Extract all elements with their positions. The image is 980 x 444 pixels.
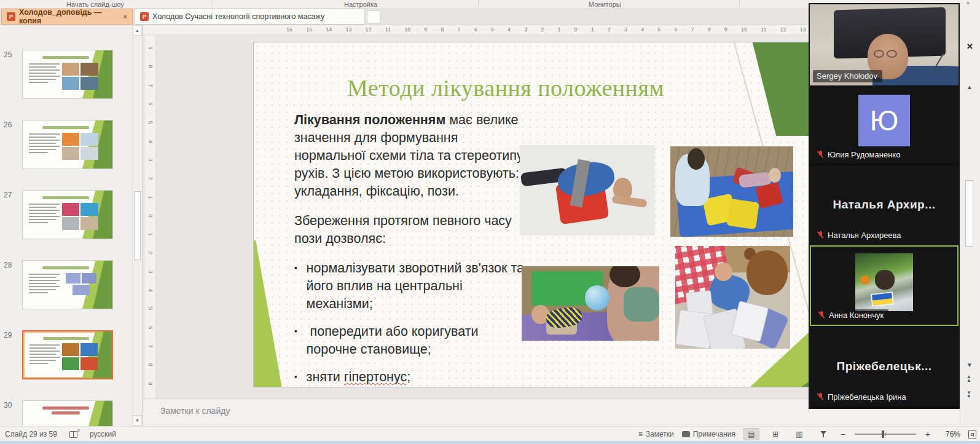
ribbon-separator [478, 0, 479, 8]
slide-paragraph: Збереження протягом певного часу пози до… [294, 212, 528, 248]
slide-thumbnail-28[interactable] [22, 260, 113, 309]
normal-view-button[interactable]: ▤ [743, 428, 759, 440]
slide-thumbnail-30[interactable] [22, 400, 113, 426]
reading-view-button[interactable]: ▥ [791, 428, 807, 440]
ruler-number: 6 [147, 326, 154, 329]
participant-name: Анна Конончук [829, 311, 884, 320]
ribbon-tab-setup[interactable]: Настройка [344, 1, 377, 8]
thumbnail-photo [62, 63, 79, 76]
ruler-tick: · [600, 26, 602, 33]
notes-toggle-button[interactable]: ≡ Заметки [638, 430, 674, 438]
close-icon[interactable]: ✕ [966, 42, 973, 51]
participant-tile-5[interactable]: Пріжебелецьк...Пріжебелецька Ірина [810, 326, 958, 406]
thumbnail-scrollbar[interactable]: ▲ ▼ [132, 25, 142, 426]
scroll-up-arrow[interactable]: ▲ [966, 84, 973, 90]
tab-close-icon[interactable]: × [123, 13, 127, 20]
powerpoint-icon: P [140, 12, 149, 21]
muted-mic-icon [818, 311, 825, 319]
ruler-number: 8 [708, 26, 711, 33]
zoom-in-button[interactable]: + [924, 429, 931, 439]
slideshow-button[interactable] [815, 428, 831, 440]
ruler-tick: · [650, 26, 651, 33]
thumbnail-photo [73, 285, 89, 295]
scroll-down-arrow[interactable]: ▼ [966, 362, 973, 368]
previous-slide-button[interactable]: ▲▲ [966, 375, 971, 383]
language-indicator[interactable]: русский [90, 430, 116, 438]
slide-photo-ball-therapy[interactable] [522, 266, 659, 341]
thumbnail-photo [62, 343, 79, 356]
slide-thumbnail-27[interactable] [22, 190, 113, 239]
ribbon-separator [739, 0, 740, 8]
slide-body-textbox[interactable]: Лікування положенням має велике значення… [294, 111, 528, 387]
comments-toggle-button[interactable]: Примечания [682, 430, 735, 438]
slide-photo-mat-pillows[interactable] [670, 146, 793, 237]
ruler-tick: · [683, 26, 684, 33]
slideshow-icon [820, 430, 827, 438]
ruler-number: 3 [624, 26, 627, 33]
slide-sorter-view-button[interactable]: ⊞ [767, 428, 783, 440]
document-tab-inactive[interactable]: P Холодов Сучасні технології спортивного… [135, 9, 364, 25]
thumbnail-photo [82, 273, 96, 283]
ukraine-flag [871, 291, 894, 307]
participant-tile-2[interactable]: ЮЮлия Рудоманенко [810, 86, 958, 165]
zoom-slider-handle[interactable] [882, 430, 884, 438]
slide-canvas[interactable]: Методи лікування положенням Лікування по… [253, 42, 868, 387]
ruler-number: 0 [574, 26, 578, 33]
new-tab-button[interactable] [367, 10, 380, 23]
next-slide-button[interactable]: ▼▼ [966, 391, 971, 398]
zoom-out-button[interactable]: − [839, 429, 847, 439]
participant-name: Наталья Архиреева [828, 231, 901, 240]
fit-to-window-icon[interactable] [968, 430, 976, 438]
bullet-marker: ▪ [294, 368, 297, 386]
zoom-slider[interactable] [855, 430, 916, 438]
ruler-number: 2 [608, 26, 611, 33]
ribbon-tab-start-slideshow[interactable]: Начать слайд-шоу [66, 1, 124, 8]
ruler-number: 0 [147, 214, 154, 217]
thumbnail-photo [80, 63, 98, 76]
slide-thumbnail-25[interactable] [22, 50, 113, 99]
scrollbar-thumb[interactable] [134, 191, 141, 260]
slide-title[interactable]: Методи лікування положенням [254, 74, 758, 101]
ruler-tick: · [484, 26, 485, 33]
ruler-tick: · [417, 26, 418, 33]
ruler-tick: · [149, 205, 153, 207]
participant-name-label: Sergey Kholodov [813, 70, 882, 82]
slide-bullet-item: ▪зняти гіпертонус; [294, 368, 528, 386]
ruler-number: 10 [404, 26, 410, 33]
slide-bullet-list: ▪нормалізувати зворотний зв'язок та його… [294, 260, 528, 387]
slide-photo-foam-blocks[interactable] [675, 246, 790, 349]
thumbnail-photo [62, 203, 79, 216]
participant-tile-4[interactable]: Анна Конончук [810, 245, 958, 326]
zoom-participants-panel[interactable]: Sergey KholodovЮЮлия РудоманенкоНаталья … [809, 3, 960, 409]
participant-name-label: Анна Конончук [814, 309, 888, 322]
zoom-level[interactable]: 76% [939, 430, 960, 438]
participant-name-label: Пріжебелецька Ірина [813, 391, 911, 403]
collapse-chevron-icon[interactable]: ^ [966, 1, 970, 8]
ruler-tick: · [149, 373, 153, 375]
ruler-tick: · [377, 26, 378, 33]
slide-photo-prone-wedge[interactable] [520, 145, 655, 236]
spellcheck-icon[interactable] [69, 431, 77, 438]
document-tab-active[interactable]: P Холодов_доповідь — копия × [1, 9, 133, 25]
participant-tile-1[interactable]: Sergey Kholodov [810, 4, 958, 86]
ruler-number: 3 [524, 26, 527, 33]
slide-thumbnail-29[interactable] [22, 330, 113, 379]
participant-name-label: Юлия Рудоманенко [813, 149, 905, 161]
ruler-number: 13 [345, 26, 351, 33]
ruler-tick: · [149, 261, 153, 263]
participant-tile-3[interactable]: Наталья Архир...Наталья Архиреева [810, 165, 958, 245]
scroll-down-arrow[interactable]: ▼ [133, 415, 142, 426]
thumbnail-number: 29 [4, 330, 22, 339]
scrollbar-thumb[interactable] [965, 180, 973, 247]
ruler-tick: · [533, 26, 535, 33]
ruler-tick: · [149, 75, 153, 76]
text-segment: попередити або коригувати порочне станов… [307, 324, 482, 357]
thumbnail-number: 26 [4, 120, 22, 129]
scroll-up-arrow[interactable]: ▲ [133, 25, 142, 36]
ruler-tick: · [450, 26, 451, 33]
document-tab-title: Холодов Сучасні технології спортивного м… [152, 12, 324, 21]
ruler-number: 4 [641, 26, 644, 33]
ruler-tick: · [149, 131, 153, 132]
ribbon-tab-monitors[interactable]: Мониторы [589, 1, 621, 8]
slide-thumbnail-26[interactable] [22, 120, 113, 169]
